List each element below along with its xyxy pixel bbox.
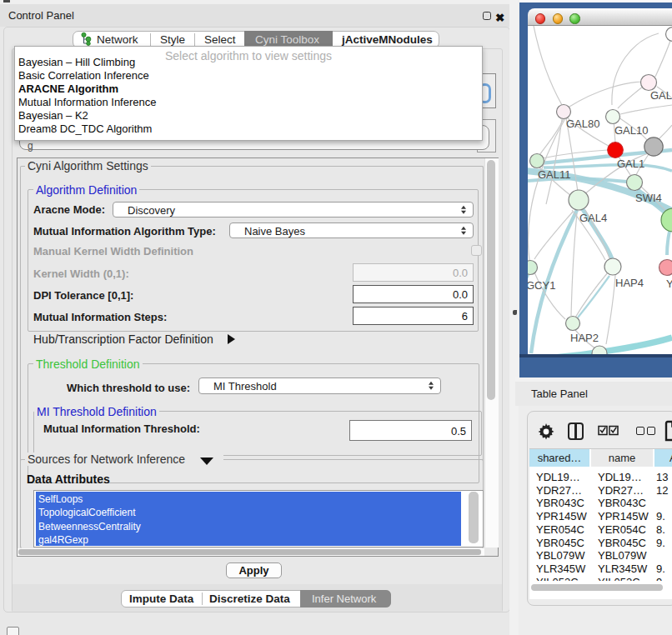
svg-text:Y: Y [666, 278, 672, 290]
svg-text:GCY1: GCY1 [528, 279, 555, 292]
svg-text:GAL1: GAL1 [617, 158, 644, 170]
svg-text:GAL10: GAL10 [614, 124, 648, 137]
svg-text:GAL80: GAL80 [566, 118, 599, 130]
svg-text:GAL4: GAL4 [579, 212, 607, 224]
svg-text:GAL11: GAL11 [538, 168, 571, 181]
svg-text:HAP4: HAP4 [615, 277, 644, 289]
svg-text:HAP2: HAP2 [570, 332, 599, 344]
svg-text:SWI4: SWI4 [635, 192, 662, 204]
svg-text:GALxx: GALxx [650, 89, 672, 102]
